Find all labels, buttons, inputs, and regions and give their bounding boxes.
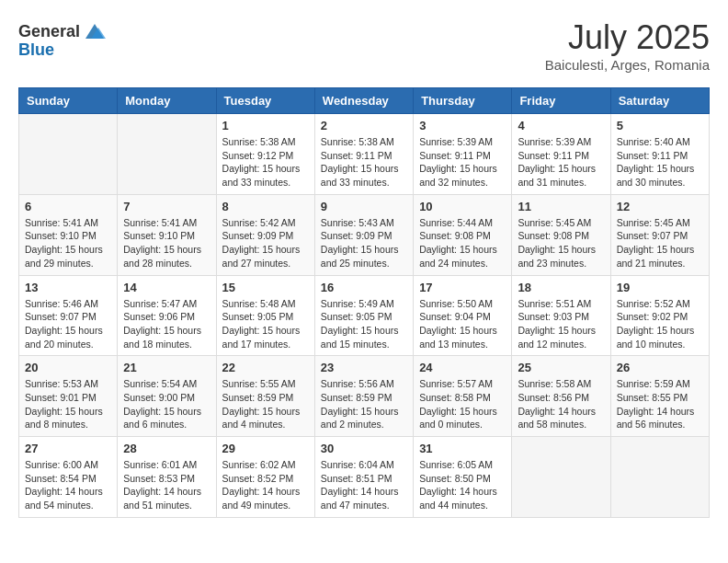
day-info: Sunrise: 5:49 AM Sunset: 9:05 PM Dayligh… (321, 297, 407, 351)
calendar-header-wednesday: Wednesday (314, 88, 413, 114)
calendar-cell: 9Sunrise: 5:43 AM Sunset: 9:09 PM Daylig… (314, 194, 413, 275)
calendar-cell: 31Sunrise: 6:05 AM Sunset: 8:50 PM Dayli… (414, 437, 512, 518)
calendar-cell: 16Sunrise: 5:49 AM Sunset: 9:05 PM Dayli… (314, 275, 413, 356)
day-info: Sunrise: 5:46 AM Sunset: 9:07 PM Dayligh… (25, 297, 111, 351)
logo-icon (82, 18, 108, 44)
day-number: 23 (321, 361, 407, 374)
day-number: 9 (321, 200, 407, 213)
day-info: Sunrise: 5:45 AM Sunset: 9:07 PM Dayligh… (617, 216, 703, 270)
calendar-cell: 12Sunrise: 5:45 AM Sunset: 9:07 PM Dayli… (610, 194, 709, 275)
day-number: 21 (123, 361, 210, 374)
calendar-cell: 7Sunrise: 5:41 AM Sunset: 9:10 PM Daylig… (118, 194, 216, 275)
day-number: 5 (617, 119, 703, 132)
calendar-cell (19, 114, 118, 195)
calendar-cell: 17Sunrise: 5:50 AM Sunset: 9:04 PM Dayli… (414, 275, 512, 356)
calendar-week-row: 20Sunrise: 5:53 AM Sunset: 9:01 PM Dayli… (19, 356, 710, 437)
calendar-cell: 28Sunrise: 6:01 AM Sunset: 8:53 PM Dayli… (118, 437, 216, 518)
day-number: 13 (25, 281, 111, 294)
day-number: 22 (222, 361, 309, 374)
calendar-week-row: 27Sunrise: 6:00 AM Sunset: 8:54 PM Dayli… (19, 437, 710, 518)
day-number: 20 (25, 361, 111, 374)
calendar-cell: 4Sunrise: 5:39 AM Sunset: 9:11 PM Daylig… (512, 114, 610, 195)
day-number: 17 (419, 281, 506, 294)
calendar-header-row: SundayMondayTuesdayWednesdayThursdayFrid… (19, 88, 710, 114)
calendar-cell: 11Sunrise: 5:45 AM Sunset: 9:08 PM Dayli… (512, 194, 610, 275)
day-info: Sunrise: 5:57 AM Sunset: 8:58 PM Dayligh… (419, 377, 506, 431)
day-number: 24 (419, 361, 506, 374)
day-info: Sunrise: 5:39 AM Sunset: 9:11 PM Dayligh… (419, 135, 506, 190)
page-header: General Blue July 2025 Baiculesti, Arges… (18, 18, 710, 73)
day-number: 6 (25, 200, 111, 213)
day-info: Sunrise: 5:47 AM Sunset: 9:06 PM Dayligh… (123, 297, 210, 351)
location: Baiculesti, Arges, Romania (545, 57, 710, 73)
calendar-header-thursday: Thursday (414, 88, 512, 114)
calendar-cell: 27Sunrise: 6:00 AM Sunset: 8:54 PM Dayli… (19, 437, 118, 518)
calendar-cell: 1Sunrise: 5:38 AM Sunset: 9:12 PM Daylig… (216, 114, 314, 195)
calendar-cell: 6Sunrise: 5:41 AM Sunset: 9:10 PM Daylig… (19, 194, 118, 275)
day-info: Sunrise: 5:59 AM Sunset: 8:55 PM Dayligh… (617, 377, 703, 431)
calendar-cell (512, 437, 610, 518)
logo-general: General (18, 22, 80, 41)
day-info: Sunrise: 5:58 AM Sunset: 8:56 PM Dayligh… (518, 377, 604, 431)
calendar-table: SundayMondayTuesdayWednesdayThursdayFrid… (18, 87, 710, 518)
day-number: 29 (222, 442, 309, 455)
day-info: Sunrise: 5:42 AM Sunset: 9:09 PM Dayligh… (222, 216, 309, 270)
day-info: Sunrise: 5:51 AM Sunset: 9:03 PM Dayligh… (518, 297, 604, 351)
day-info: Sunrise: 5:48 AM Sunset: 9:05 PM Dayligh… (222, 297, 309, 351)
calendar-header-friday: Friday (512, 88, 610, 114)
day-number: 3 (419, 119, 506, 132)
day-number: 28 (123, 442, 210, 455)
day-info: Sunrise: 5:54 AM Sunset: 9:00 PM Dayligh… (123, 377, 210, 431)
day-info: Sunrise: 6:02 AM Sunset: 8:52 PM Dayligh… (222, 458, 309, 512)
calendar-cell: 19Sunrise: 5:52 AM Sunset: 9:02 PM Dayli… (610, 275, 709, 356)
day-number: 18 (518, 281, 604, 294)
calendar-cell: 29Sunrise: 6:02 AM Sunset: 8:52 PM Dayli… (216, 437, 314, 518)
day-number: 31 (419, 442, 506, 455)
calendar-cell: 8Sunrise: 5:42 AM Sunset: 9:09 PM Daylig… (216, 194, 314, 275)
calendar-cell: 20Sunrise: 5:53 AM Sunset: 9:01 PM Dayli… (19, 356, 118, 437)
day-number: 1 (222, 119, 309, 132)
day-number: 12 (617, 200, 703, 213)
calendar-header-monday: Monday (118, 88, 216, 114)
day-info: Sunrise: 5:38 AM Sunset: 9:12 PM Dayligh… (222, 135, 309, 190)
day-number: 30 (321, 442, 407, 455)
day-number: 10 (419, 200, 506, 213)
calendar-cell (610, 437, 709, 518)
calendar-cell: 30Sunrise: 6:04 AM Sunset: 8:51 PM Dayli… (314, 437, 413, 518)
calendar-cell: 2Sunrise: 5:38 AM Sunset: 9:11 PM Daylig… (314, 114, 413, 195)
day-info: Sunrise: 5:41 AM Sunset: 9:10 PM Dayligh… (25, 216, 111, 270)
calendar-cell: 26Sunrise: 5:59 AM Sunset: 8:55 PM Dayli… (610, 356, 709, 437)
day-info: Sunrise: 6:00 AM Sunset: 8:54 PM Dayligh… (25, 458, 111, 512)
calendar-header-tuesday: Tuesday (216, 88, 314, 114)
calendar-cell: 15Sunrise: 5:48 AM Sunset: 9:05 PM Dayli… (216, 275, 314, 356)
day-info: Sunrise: 5:55 AM Sunset: 8:59 PM Dayligh… (222, 377, 309, 431)
day-number: 19 (617, 281, 703, 294)
calendar-week-row: 6Sunrise: 5:41 AM Sunset: 9:10 PM Daylig… (19, 194, 710, 275)
day-number: 7 (123, 200, 210, 213)
day-info: Sunrise: 5:41 AM Sunset: 9:10 PM Dayligh… (123, 216, 210, 270)
logo-blue: Blue (18, 40, 54, 60)
day-number: 26 (617, 361, 703, 374)
day-info: Sunrise: 5:45 AM Sunset: 9:08 PM Dayligh… (518, 216, 604, 270)
title-block: July 2025 Baiculesti, Arges, Romania (545, 18, 710, 73)
calendar-week-row: 1Sunrise: 5:38 AM Sunset: 9:12 PM Daylig… (19, 114, 710, 195)
day-number: 27 (25, 442, 111, 455)
day-info: Sunrise: 5:44 AM Sunset: 9:08 PM Dayligh… (419, 216, 506, 270)
calendar-cell: 10Sunrise: 5:44 AM Sunset: 9:08 PM Dayli… (414, 194, 512, 275)
day-info: Sunrise: 5:43 AM Sunset: 9:09 PM Dayligh… (321, 216, 407, 270)
day-info: Sunrise: 5:39 AM Sunset: 9:11 PM Dayligh… (518, 135, 604, 190)
calendar-cell (118, 114, 216, 195)
day-info: Sunrise: 6:04 AM Sunset: 8:51 PM Dayligh… (321, 458, 407, 512)
day-number: 14 (123, 281, 210, 294)
calendar-cell: 18Sunrise: 5:51 AM Sunset: 9:03 PM Dayli… (512, 275, 610, 356)
day-number: 2 (321, 119, 407, 132)
day-info: Sunrise: 5:50 AM Sunset: 9:04 PM Dayligh… (419, 297, 506, 351)
calendar-cell: 13Sunrise: 5:46 AM Sunset: 9:07 PM Dayli… (19, 275, 118, 356)
calendar-cell: 22Sunrise: 5:55 AM Sunset: 8:59 PM Dayli… (216, 356, 314, 437)
calendar-cell: 5Sunrise: 5:40 AM Sunset: 9:11 PM Daylig… (610, 114, 709, 195)
day-info: Sunrise: 5:40 AM Sunset: 9:11 PM Dayligh… (617, 135, 703, 190)
calendar-cell: 3Sunrise: 5:39 AM Sunset: 9:11 PM Daylig… (414, 114, 512, 195)
calendar-cell: 23Sunrise: 5:56 AM Sunset: 8:59 PM Dayli… (314, 356, 413, 437)
calendar-cell: 14Sunrise: 5:47 AM Sunset: 9:06 PM Dayli… (118, 275, 216, 356)
month-year: July 2025 (545, 18, 710, 57)
